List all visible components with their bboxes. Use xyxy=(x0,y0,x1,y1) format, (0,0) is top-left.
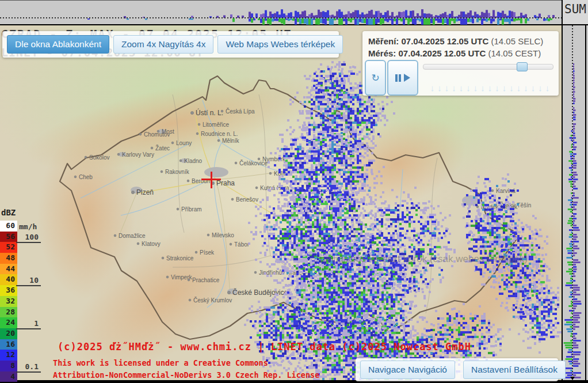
frame-tick-arrows: ↓↓↓↓↓↓↓↓↓↓↓↓↓↓↓↓↓ xyxy=(427,83,556,93)
rainrate-mark-10: 10 xyxy=(16,274,41,286)
city-label: Plzeň xyxy=(136,188,154,196)
city-label: Litoměřice xyxy=(203,122,230,128)
city-label: Česká Lípa xyxy=(226,108,255,115)
city-label: Karlovy Vary xyxy=(122,151,154,158)
dbz-level-56: 56 xyxy=(0,232,17,242)
city-label: Cheb xyxy=(79,174,93,180)
dbz-level-36: 36 xyxy=(0,285,17,296)
dbz-level-20: 20 xyxy=(0,328,17,339)
rainrate-mark-0.1: 0.1 xyxy=(16,360,41,373)
zoom-4x-button[interactable]: Zoom 4x Nagyítás 4x xyxy=(113,35,213,54)
dbz-legend-title: dBZ xyxy=(1,208,16,217)
city-label: Rakovník xyxy=(165,169,190,175)
rainrate-mark-1: 1 xyxy=(16,317,41,329)
sum-label: SUM xyxy=(564,2,586,16)
dbz-level-32: 32 xyxy=(0,296,17,307)
dbz-level-48: 48 xyxy=(0,253,17,264)
city-label: Nymburk xyxy=(262,156,286,162)
measurement-player-panel: Měření: 07.04.2025 12.05 UTC (14.05 SELC… xyxy=(362,31,559,96)
city-label: Louny xyxy=(176,140,192,146)
play-icon xyxy=(404,74,410,82)
refresh-button[interactable]: ↻ xyxy=(365,60,386,96)
city-label: Roudnice n. L. xyxy=(201,131,238,137)
dbz-level-40: 40 xyxy=(0,274,17,285)
dbz-level-28: 28 xyxy=(0,307,17,318)
city-label: Milevsko xyxy=(212,232,234,238)
dbz-color-scale: 6056524844403632282420161284 xyxy=(0,221,17,382)
web-maps-button[interactable]: Web Maps Webes térképek xyxy=(217,35,343,54)
city-label: České Budějovice xyxy=(232,288,288,297)
webmaps-watermark: navigációs kereszt körök (csak webes tér… xyxy=(320,253,528,264)
dbz-level-52: 52 xyxy=(0,242,17,253)
dbz-level-24: 24 xyxy=(0,317,17,328)
pause-play-button[interactable] xyxy=(387,60,418,96)
vertical-sum-strip xyxy=(562,25,588,381)
city-label: Mělník xyxy=(222,138,239,144)
city-label: Kladno xyxy=(184,158,203,164)
license-line-2: Attribution-NonCommercial-NoDerivs 3.0 C… xyxy=(53,370,319,380)
city-label: Most xyxy=(162,128,174,135)
dbz-level-44: 44 xyxy=(0,264,17,275)
dbz-level-8: 8 xyxy=(0,361,17,371)
time-sum-histogram xyxy=(0,1,562,25)
refresh-icon: ↻ xyxy=(371,72,379,84)
view-toolbar: Dle okna Ablakonként Zoom 4x Nagyítás 4x… xyxy=(2,31,339,58)
city-label: Písek xyxy=(200,249,215,256)
rainrate-mark-100: 100 xyxy=(16,230,41,243)
dbz-level-12: 12 xyxy=(0,350,17,361)
city-label: Tábor xyxy=(234,241,250,248)
city-label: Žatec xyxy=(155,145,170,151)
settings-button[interactable]: Nastavení Beállítások xyxy=(463,361,566,379)
measurement-line-hu: Mérés: 07.04.2025 12.05 UTC (14.05 CEST) xyxy=(368,47,553,59)
navigation-button[interactable]: Navigace Navigáció xyxy=(360,361,455,379)
city-label: Klatovy xyxy=(142,241,161,247)
dbz-level-60: 60 xyxy=(0,221,17,232)
dbz-level-4: 4 xyxy=(0,371,17,382)
city-label: Sokolov xyxy=(89,154,110,161)
radar-app-window: { "window": { "sum_label": "SUM" }, "map… xyxy=(0,0,588,383)
city-label: Český Krumlov xyxy=(193,297,232,304)
city-label: Prachatice xyxy=(192,277,220,283)
city-label: Příbram xyxy=(181,206,202,213)
copyright-line: (c)2025 ďż˝HMďż˝ - www.chmi.cz | LINET d… xyxy=(58,341,471,352)
city-label: Strakonice xyxy=(166,255,194,261)
per-window-button[interactable]: Dle okna Ablakonként xyxy=(7,35,109,54)
rainrate-unit-label: mm/h xyxy=(19,222,37,231)
pause-icon xyxy=(395,74,398,82)
bottom-nav-panel: Navigace Navigáció Nastavení Beállítások xyxy=(356,358,558,381)
city-label: Praha xyxy=(216,179,235,187)
license-line-1: This work is licensed under a Creative C… xyxy=(53,358,268,367)
vertical-sum-histogram xyxy=(563,25,588,381)
dbz-level-16: 16 xyxy=(0,339,17,350)
time-sum-strip xyxy=(0,0,562,25)
time-slider-track[interactable] xyxy=(423,64,553,70)
city-label: Domažlice xyxy=(119,233,146,239)
city-label: Ústí n. L. xyxy=(196,108,223,117)
measurement-line-cz: Měření: 07.04.2025 12.05 UTC (14.05 SELC… xyxy=(368,35,553,47)
time-slider-handle[interactable] xyxy=(517,62,528,71)
sum-corner-label: SUM xyxy=(562,0,588,25)
city-label: Benešov xyxy=(236,196,258,203)
